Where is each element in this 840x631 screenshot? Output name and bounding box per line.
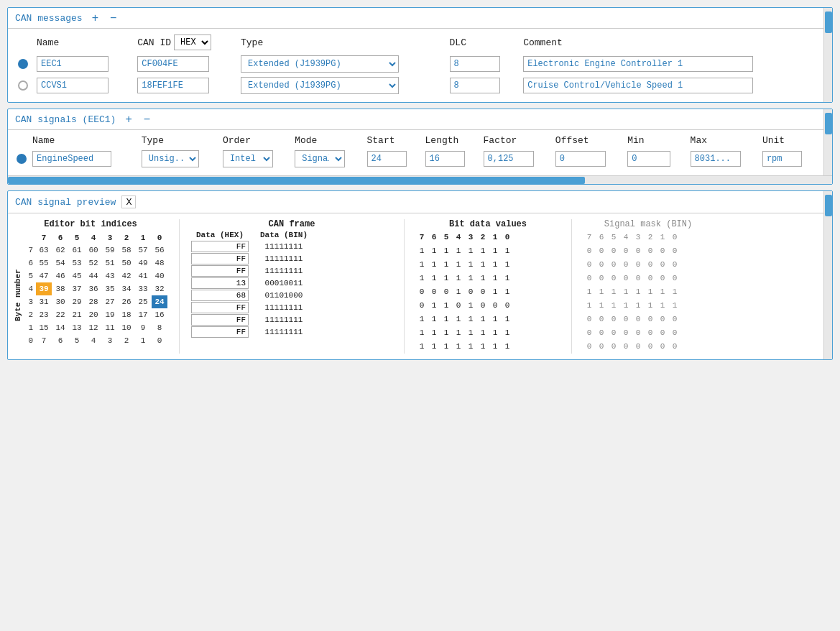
- signal-offset-input[interactable]: [555, 151, 606, 167]
- preview-close-button[interactable]: X: [121, 195, 136, 208]
- signal-mask-cell: 0: [620, 272, 632, 285]
- signal-radio-dot[interactable]: [17, 154, 27, 164]
- bit-index-cell: 10: [119, 321, 134, 334]
- editor-bit-indices-title: Editor bit indices: [14, 219, 167, 229]
- signal-mask-cell: 0: [669, 258, 680, 271]
- message-can-id-input[interactable]: [137, 56, 209, 72]
- signal-start-input[interactable]: [367, 151, 407, 167]
- bit-data-cell: 1: [477, 326, 489, 339]
- signal-length-input[interactable]: [425, 151, 465, 167]
- can-messages-vscrollbar[interactable]: [823, 8, 832, 102]
- signal-mask-cell: 0: [620, 244, 632, 257]
- signal-order-select[interactable]: IntelMotorola: [223, 150, 273, 167]
- signal-mask-cell: 0: [669, 272, 680, 285]
- bit-data-cell: 1: [416, 244, 428, 257]
- can-messages-title: CAN messages: [15, 13, 83, 24]
- list-item: 00000000: [583, 326, 713, 339]
- preview-vscrollbar[interactable]: [823, 191, 832, 359]
- radio-dot[interactable]: [18, 80, 28, 91]
- message-name-input[interactable]: [37, 78, 109, 93]
- message-dlc-input[interactable]: [450, 56, 500, 72]
- signal-name-input[interactable]: [32, 151, 111, 167]
- can-frame-hex-input[interactable]: [191, 326, 249, 338]
- radio-dot[interactable]: [18, 59, 28, 69]
- bit-index-cell: 46: [52, 270, 68, 282]
- can-frame-hex-input[interactable]: [191, 290, 249, 301]
- list-item: 11111111: [191, 265, 392, 277]
- signal-mask-cell: 1: [583, 285, 595, 298]
- signal-max-input[interactable]: [691, 151, 741, 167]
- bit-index-cell: 50: [119, 257, 134, 270]
- message-dlc-input[interactable]: [450, 78, 500, 93]
- list-item: 11111111: [583, 285, 713, 298]
- bit-index-cell: 4: [86, 334, 101, 347]
- can-signals-hscrollbar[interactable]: [8, 175, 832, 184]
- list-item: 00000000: [583, 244, 713, 257]
- bit-hdr-5: 5: [69, 232, 85, 244]
- message-type-select[interactable]: Extended (J1939PG)StandardExtended: [241, 55, 399, 73]
- can-messages-add-button[interactable]: +: [90, 12, 101, 24]
- message-type-select[interactable]: Extended (J1939PG)StandardExtended: [241, 77, 399, 94]
- can-signals-add-button[interactable]: +: [123, 114, 134, 125]
- signal-mask-cell: 1: [608, 299, 619, 312]
- col-type: Type: [236, 32, 446, 53]
- message-comment-input[interactable]: [523, 78, 753, 93]
- bit-index-cell: 39: [36, 282, 52, 295]
- can-frame-hex-input[interactable]: [191, 314, 249, 326]
- sig-col-order: Order: [220, 133, 292, 148]
- can-frame-bin-value: 11111111: [251, 303, 316, 312]
- bit-index-cell: 51: [102, 257, 118, 270]
- bit-index-cell: 19: [102, 308, 118, 321]
- bit-index-cell: 6: [52, 334, 68, 347]
- bit-data-cell: 1: [453, 340, 464, 353]
- list-item: 00010011: [191, 277, 392, 289]
- signal-mask-cell: 0: [620, 326, 632, 339]
- can-frame-hex-input[interactable]: [191, 302, 249, 313]
- signal-mask-cell: 1: [620, 299, 632, 312]
- signal-mode-select[interactable]: SignalRaw: [295, 150, 345, 167]
- list-item: 11111111: [416, 313, 560, 326]
- bit-data-cell: 1: [502, 340, 513, 353]
- sig-col-start: Start: [364, 133, 423, 148]
- can-frame-hex-input[interactable]: [191, 253, 249, 264]
- bit-index-cell: 5: [69, 334, 85, 347]
- can-signals-remove-button[interactable]: −: [142, 114, 152, 125]
- signal-type-select[interactable]: Unsig...SignedFloat: [142, 150, 199, 167]
- bit-data-cell: 0: [465, 285, 476, 298]
- bit-data-cell: 1: [502, 258, 513, 271]
- signal-factor-input[interactable]: [484, 151, 534, 167]
- can-signals-panel: CAN signals (EEC1) + − Name Type Order M…: [7, 109, 833, 185]
- signal-min-input[interactable]: [627, 151, 670, 167]
- bit-index-cell: 42: [119, 270, 134, 282]
- signal-mask-cell: 1: [632, 285, 644, 298]
- can-id-format-select[interactable]: HEX DEC: [174, 34, 211, 50]
- can-messages-remove-button[interactable]: −: [108, 12, 119, 24]
- signal-mask-cell: 0: [632, 313, 644, 326]
- bit-index-cell: 40: [152, 270, 167, 282]
- can-signals-vscrollbar[interactable]: [823, 109, 832, 184]
- divider-2: [404, 219, 405, 354]
- bdv-hdr-0: 0: [502, 231, 513, 244]
- bit-index-cell: 14: [52, 321, 68, 334]
- bit-index-cell: 57: [135, 244, 151, 257]
- sig-col-offset: Offset: [553, 133, 624, 148]
- signal-mask-cell: 1: [645, 285, 656, 298]
- bit-index-cell: 20: [86, 308, 101, 321]
- message-comment-input[interactable]: [523, 56, 753, 72]
- bit-data-cell: 1: [465, 244, 476, 257]
- can-frame-hex-input[interactable]: [191, 277, 249, 289]
- sig-col-min: Min: [624, 133, 687, 148]
- bit-data-cell: 1: [416, 272, 428, 285]
- can-frame-hex-input[interactable]: [191, 241, 249, 252]
- signal-unit-input[interactable]: [762, 151, 802, 167]
- bit-row-label: 5: [25, 272, 35, 280]
- bit-data-cell: 1: [477, 244, 489, 257]
- list-item: 00000000: [583, 258, 713, 271]
- bit-data-cell: 1: [416, 340, 428, 353]
- signal-mask-cell: 0: [645, 244, 656, 257]
- message-can-id-input[interactable]: [137, 78, 209, 93]
- can-frame-hex-input[interactable]: [191, 265, 249, 277]
- message-name-input[interactable]: [37, 56, 109, 72]
- can-signals-table: Name Type Order Mode Start Length Factor…: [14, 133, 818, 170]
- list-item: 11111111: [416, 340, 560, 353]
